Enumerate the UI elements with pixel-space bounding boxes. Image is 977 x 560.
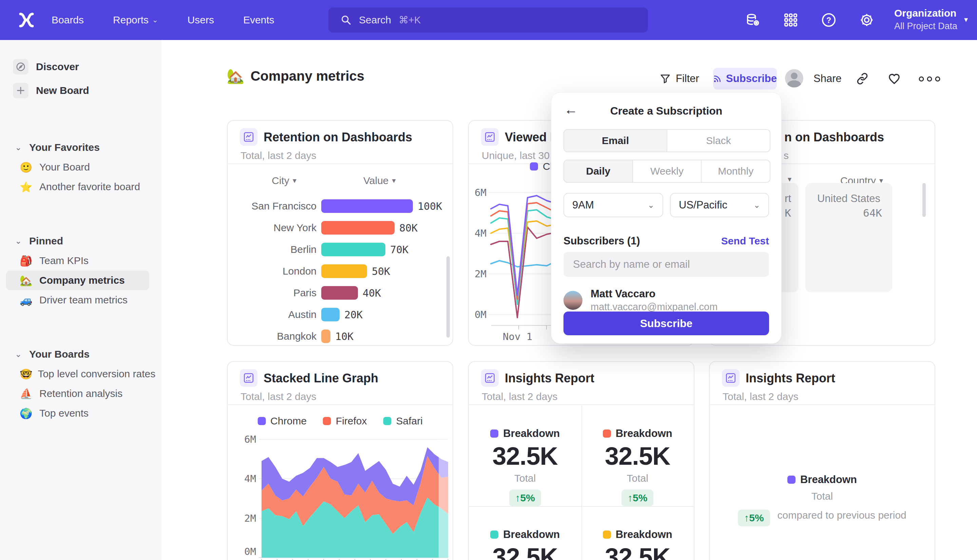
sidebar-section-pinned[interactable]: ⌄Pinned <box>15 231 162 251</box>
time-select-value: 9AM <box>572 199 594 211</box>
card-stacked-line-graph: Stacked Line Graph Total, last 2 days Ch… <box>227 361 453 560</box>
subscriber-row[interactable]: Matt Vaccaro matt.vaccaro@mixpanel.com <box>563 288 718 313</box>
nav-item-events[interactable]: Events <box>243 14 274 26</box>
legend-entry-safari[interactable]: Safari <box>383 415 423 427</box>
legend-label: Safari <box>396 415 423 427</box>
table-row-berlin[interactable]: Berlin70K <box>240 243 446 256</box>
sidebar-section-your-boards[interactable]: ⌄Your Boards <box>15 344 162 364</box>
plus-icon <box>13 83 28 98</box>
favorite-heart-icon[interactable] <box>887 72 901 85</box>
table-row-new-york[interactable]: New York80K <box>240 221 446 235</box>
country-tile-united-states[interactable]: United States 64K <box>805 183 892 292</box>
value-bar[interactable] <box>321 286 358 300</box>
compass-icon <box>13 59 28 75</box>
svg-text:4M: 4M <box>244 473 256 484</box>
sidebar-item-team-kpis[interactable]: 🎒Team KPIs <box>6 251 149 270</box>
sidebar-item-company-metrics[interactable]: 🏡Company metrics <box>6 270 149 290</box>
sidebar-item-retention-analysis[interactable]: ⛵Retention analysis <box>6 384 149 403</box>
sidebar-item-your-board[interactable]: 🙂Your Board <box>6 157 149 177</box>
legend-entry-firefox[interactable]: Firefox <box>323 415 367 427</box>
sidebar-new-board[interactable]: New Board <box>13 83 162 98</box>
time-select[interactable]: 9AM ⌄ <box>563 193 663 217</box>
report-chart-icon <box>481 128 499 146</box>
collaborator-avatar[interactable] <box>785 69 803 87</box>
tab-monthly[interactable]: Monthly <box>701 160 770 182</box>
subscriber-search-input[interactable] <box>563 252 769 277</box>
column-header-value[interactable]: Value▾ <box>363 175 396 187</box>
table-row-austin[interactable]: Austin20K <box>240 308 446 322</box>
search-input[interactable]: Search ⌘+K <box>328 7 648 33</box>
sidebar-discover-label: Discover <box>36 61 79 73</box>
help-icon[interactable]: ? <box>821 12 837 28</box>
tab-daily-label: Daily <box>586 165 610 177</box>
tab-slack[interactable]: Slack <box>666 130 770 152</box>
chevron-down-icon: ⌄ <box>648 200 655 210</box>
sidebar-item-top-level-conversion-rates[interactable]: 🤓Top level conversion rates <box>6 364 149 384</box>
mixpanel-logo[interactable] <box>18 11 35 29</box>
data-management-icon[interactable] <box>745 12 761 28</box>
nav-item-users[interactable]: Users <box>188 14 214 26</box>
x-axis-tick-label: Nov 1 <box>503 331 532 342</box>
settings-gear-icon[interactable] <box>859 12 875 28</box>
nav-item-reports[interactable]: Reports⌄ <box>113 14 158 26</box>
sidebar-item-top-events[interactable]: 🌍Top events <box>6 403 149 423</box>
share-button[interactable]: Share <box>813 73 842 85</box>
value-bar[interactable] <box>321 308 339 322</box>
legend-swatch <box>603 530 611 538</box>
nav-item-events-label: Events <box>243 14 274 26</box>
card-subtitle-clipped: s <box>783 150 789 162</box>
column-header-city[interactable]: City▾ <box>272 175 297 187</box>
modal-subscribe-button[interactable]: Subscribe <box>563 312 769 335</box>
card-subtitle: Total, last 2 days <box>240 391 316 402</box>
table-row-paris[interactable]: Paris40K <box>240 286 446 300</box>
total-label: Total <box>812 490 833 502</box>
value-bar[interactable] <box>321 330 331 343</box>
tile-value-clipped: K <box>785 207 791 219</box>
filter-button[interactable]: Filter <box>660 73 699 85</box>
card-title[interactable]: Retention on Dashboards <box>264 130 412 144</box>
nav-item-boards[interactable]: Boards <box>52 14 84 26</box>
value-bar[interactable] <box>321 221 394 235</box>
legend-entry-chrome[interactable]: Chrome <box>257 415 307 427</box>
card-title[interactable]: Stacked Line Graph <box>264 371 378 385</box>
timezone-select[interactable]: US/Pacific ⌄ <box>670 193 769 217</box>
value-bar[interactable] <box>321 264 367 278</box>
nav-item-boards-label: Boards <box>52 14 84 26</box>
subscriber-name: Matt Vaccaro <box>591 288 718 300</box>
apps-grid-icon[interactable] <box>783 12 798 28</box>
metric-value: 32.5K <box>605 442 670 470</box>
table-row-london[interactable]: London50K <box>240 264 446 278</box>
sidebar-item-driver-team-metrics[interactable]: 🚙Driver team metrics <box>6 290 149 310</box>
value-label: 40K <box>362 287 381 299</box>
sidebar-discover[interactable]: Discover <box>13 59 162 75</box>
another-favorite-board-emoji: ⭐ <box>20 181 34 193</box>
org-switcher[interactable]: Organization All Project Data ▾ <box>894 7 968 32</box>
sidebar-item-another-favorite-board[interactable]: ⭐Another favorite board <box>6 177 149 197</box>
tab-weekly[interactable]: Weekly <box>632 160 701 182</box>
sidebar-section-your-favorites[interactable]: ⌄Your Favorites <box>15 138 162 157</box>
sidebar-item-label: Top events <box>39 407 89 419</box>
tab-weekly-label: Weekly <box>650 165 683 177</box>
more-options-icon[interactable] <box>918 75 942 83</box>
card-retention-dashboards: Retention on Dashboards Total, last 2 da… <box>227 120 453 346</box>
delta-badge: ↑5% <box>509 490 541 507</box>
tab-email[interactable]: Email <box>564 130 666 152</box>
scrollbar[interactable] <box>446 256 450 338</box>
board-emoji: 🏡 <box>227 68 244 84</box>
card-title[interactable]: Insights Report <box>505 371 595 385</box>
scrollbar[interactable] <box>922 183 926 217</box>
copy-link-icon[interactable] <box>855 72 869 85</box>
card-title[interactable]: Insights Report <box>746 371 835 385</box>
value-bar[interactable] <box>321 199 413 213</box>
subscribe-label: Subscribe <box>726 73 777 85</box>
value-bar[interactable] <box>321 243 385 256</box>
sidebar-item-label: Company metrics <box>39 275 125 286</box>
table-row-san-francisco[interactable]: San Francisco100K <box>240 199 446 213</box>
column-header-left-caret[interactable]: ▾ <box>788 175 792 184</box>
send-test-link[interactable]: Send Test <box>721 235 769 247</box>
tab-daily[interactable]: Daily <box>564 160 632 182</box>
subscribe-button[interactable]: Subscribe <box>713 68 777 90</box>
subscription-rss-icon <box>713 73 722 84</box>
metric-tile-grid: Breakdown32.5KTotal↑5%Breakdown32.5KTota… <box>469 406 694 560</box>
table-row-bangkok[interactable]: Bangkok10K <box>240 330 446 343</box>
